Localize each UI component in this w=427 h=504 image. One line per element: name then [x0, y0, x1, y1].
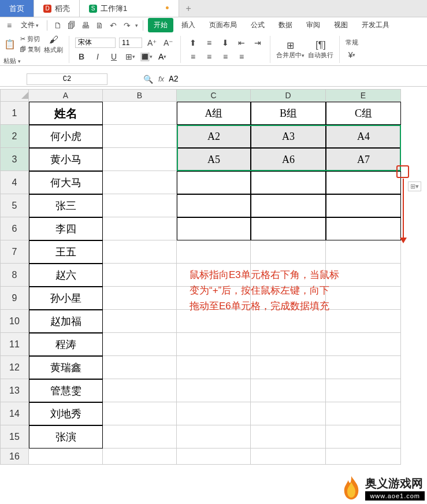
number-format-select[interactable]: 常规 [346, 38, 358, 47]
row-header-11[interactable]: 11 [0, 333, 29, 356]
font-name-select[interactable] [75, 38, 116, 48]
cell-A3[interactable]: 黄小马 [29, 148, 103, 171]
cell-E5[interactable] [326, 194, 401, 217]
cell-C14[interactable] [177, 402, 251, 425]
row-header-6[interactable]: 6 [0, 217, 29, 240]
merge-cells-icon[interactable]: ⊞ [284, 39, 297, 51]
bold-button[interactable]: B [75, 51, 88, 62]
cell-D11[interactable] [251, 333, 326, 356]
ribbon-start[interactable]: 开始 [148, 18, 173, 32]
paste-button[interactable]: 粘贴 ▾ [3, 57, 21, 65]
cell-B3[interactable] [103, 148, 177, 171]
cell-B4[interactable] [103, 171, 177, 194]
cell-E2[interactable]: A4 [326, 125, 401, 148]
row-header-14[interactable]: 14 [0, 402, 29, 425]
cell-C3[interactable]: A5 [177, 148, 251, 171]
cell-D2[interactable]: A3 [251, 125, 326, 148]
cell-A8[interactable]: 赵六 [29, 264, 103, 287]
row-header-2[interactable]: 2 [0, 125, 29, 148]
cell-C2[interactable]: A2 [177, 125, 251, 148]
align-left-icon[interactable]: ≡ [187, 51, 199, 62]
italic-button[interactable]: I [91, 51, 104, 62]
hamburger-icon[interactable]: ≡ [3, 20, 15, 31]
ribbon-formula[interactable]: 公式 [245, 18, 270, 32]
cell-A15[interactable]: 张演 [29, 425, 103, 449]
cell-E1[interactable]: C组 [326, 102, 401, 125]
col-header-C[interactable]: C [177, 89, 251, 102]
row-header-5[interactable]: 5 [0, 194, 29, 217]
ribbon-insert[interactable]: 插入 [176, 18, 201, 32]
cell-E13[interactable] [326, 379, 401, 402]
cell-A4[interactable]: 何大马 [29, 171, 103, 194]
cell-B16[interactable] [103, 449, 177, 465]
cell-A6[interactable]: 李四 [29, 217, 103, 240]
tab-daoke[interactable]: D稻壳 [34, 0, 80, 17]
align-top-icon[interactable]: ⬆ [187, 37, 199, 49]
cell-E6[interactable] [326, 217, 401, 240]
cell-C16[interactable] [177, 449, 251, 465]
save-icon[interactable]: 🗋 [52, 20, 64, 31]
cell-B9[interactable] [103, 287, 177, 310]
cell-B13[interactable] [103, 379, 177, 402]
cell-B10[interactable] [103, 310, 177, 333]
menu-file[interactable]: 文件▾ [17, 19, 42, 31]
cell-A2[interactable]: 何小虎 [29, 125, 103, 148]
paste-icon[interactable]: 📋 [3, 38, 16, 50]
row-header-16[interactable]: 16 [0, 449, 29, 465]
cell-reference-input[interactable] [27, 73, 107, 85]
cell-C6[interactable] [177, 217, 251, 240]
preview-icon[interactable]: 🗎 [94, 20, 105, 31]
cell-B5[interactable] [103, 194, 177, 217]
row-header-1[interactable]: 1 [0, 102, 29, 125]
indent-right-icon[interactable]: ⇥ [251, 37, 264, 49]
cell-E16[interactable] [326, 449, 401, 465]
cell-B6[interactable] [103, 217, 177, 240]
cell-C5[interactable] [177, 194, 251, 217]
col-header-D[interactable]: D [251, 89, 326, 102]
cell-D3[interactable]: A6 [251, 148, 326, 171]
align-justify-icon[interactable]: ≡ [235, 51, 248, 62]
decrease-font-icon[interactable]: A⁻ [162, 37, 174, 49]
ribbon-data[interactable]: 数据 [273, 18, 298, 32]
cell-D13[interactable] [251, 379, 326, 402]
cell-C11[interactable] [177, 333, 251, 356]
cell-E14[interactable] [326, 402, 401, 425]
cell-E11[interactable] [326, 333, 401, 356]
qat-dropdown-icon[interactable]: ▾ [135, 23, 138, 28]
undo-icon[interactable]: ↶ [107, 20, 119, 31]
cell-C15[interactable] [177, 425, 251, 449]
col-header-A[interactable]: A [29, 89, 103, 102]
cell-E7[interactable] [326, 240, 401, 264]
redo-icon[interactable]: ↷ [121, 20, 133, 31]
zoom-icon[interactable]: 🔍 [142, 73, 154, 85]
cell-E15[interactable] [326, 425, 401, 449]
tab-workbook[interactable]: S工作簿1• [80, 0, 179, 17]
border-button[interactable]: ⊞▾ [124, 51, 136, 62]
format-brush-button[interactable]: 格式刷 [44, 46, 63, 54]
cell-D6[interactable] [251, 217, 326, 240]
tab-add[interactable]: + [179, 0, 198, 17]
align-bottom-icon[interactable]: ⬇ [219, 37, 232, 49]
ribbon-view[interactable]: 视图 [328, 18, 354, 32]
row-header-3[interactable]: 3 [0, 148, 29, 171]
cell-D15[interactable] [251, 425, 326, 449]
row-header-15[interactable]: 15 [0, 425, 29, 449]
cell-E3[interactable]: A7 [326, 148, 401, 171]
cell-A11[interactable]: 程涛 [29, 333, 103, 356]
row-header-13[interactable]: 13 [0, 379, 29, 402]
underline-button[interactable]: U [107, 51, 120, 62]
ribbon-layout[interactable]: 页面布局 [203, 18, 243, 32]
wrap-text-button[interactable]: 自动换行 [308, 51, 333, 60]
select-all-corner[interactable] [0, 89, 29, 102]
cell-B7[interactable] [103, 240, 177, 264]
row-header-7[interactable]: 7 [0, 240, 29, 264]
row-header-10[interactable]: 10 [0, 310, 29, 333]
saveas-icon[interactable]: 🗐 [66, 20, 77, 31]
cell-A5[interactable]: 张三 [29, 194, 103, 217]
cell-D1[interactable]: B组 [251, 102, 326, 125]
cell-E4[interactable] [326, 171, 401, 194]
cell-C7[interactable] [177, 240, 251, 264]
cell-C13[interactable] [177, 379, 251, 402]
cell-C12[interactable] [177, 356, 251, 379]
print-icon[interactable]: 🖶 [80, 20, 91, 31]
